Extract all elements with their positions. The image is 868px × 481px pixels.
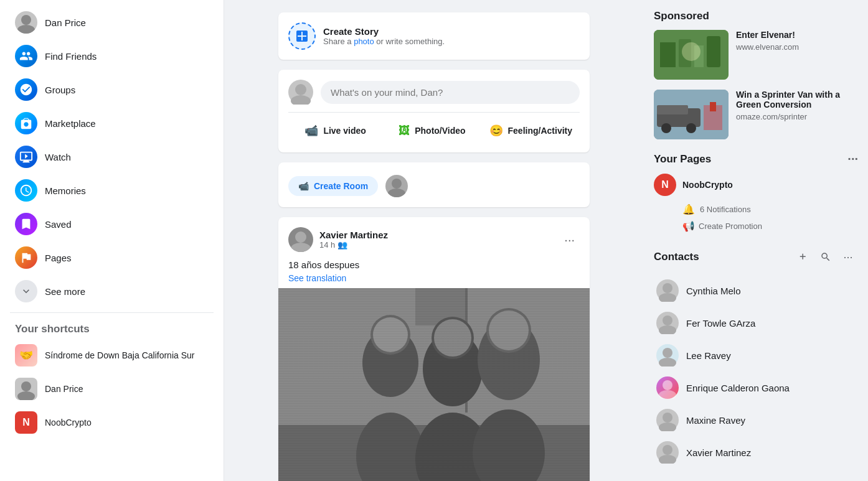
sponsored-sprinter-url: omaze.com/sprinter (736, 112, 858, 121)
svg-point-41 (659, 293, 676, 302)
create-promotion-item[interactable]: 📢 Create Promotion (682, 218, 858, 235)
svg-rect-10 (278, 288, 590, 481)
post-card: Xavier Martinez 14 h 👥 ··· 18 años despu… (278, 217, 590, 481)
post-body: 18 años despues See translation (288, 259, 580, 283)
shortcut-dan-price[interactable]: Dan Price (5, 373, 219, 405)
sponsored-sprinter-thumb (654, 90, 729, 139)
feeling-button[interactable]: 😊 Feeling/Activity (482, 119, 580, 142)
sidebar-item-memories-label: Memories (45, 185, 86, 196)
svg-point-7 (388, 189, 405, 197)
svg-point-14 (362, 329, 418, 397)
shortcut-dan-avatar (15, 378, 37, 400)
svg-point-3 (17, 391, 35, 400)
contacts-header: Contacts ··· (654, 247, 858, 267)
post-input-area (288, 80, 580, 105)
sidebar-item-saved-label: Saved (45, 219, 72, 230)
room-avatars (385, 175, 408, 197)
svg-point-45 (659, 358, 676, 367)
sidebar-item-memories[interactable]: Memories (5, 174, 219, 207)
photo-video-icon: 🖼 (399, 124, 410, 138)
svg-point-9 (291, 243, 311, 252)
svg-rect-39 (710, 102, 716, 111)
page-item-noobcrypto[interactable]: N NoobCrypto (654, 174, 858, 196)
sponsored-elvenar-name: Enter Elvenar! (736, 30, 858, 40)
contact-cynthia[interactable]: Cynthia Melo (654, 274, 858, 307)
svg-point-42 (663, 315, 672, 325)
saved-icon (15, 213, 37, 235)
noobcrypto-page-name: NoobCrypto (682, 180, 733, 190)
sidebar-item-groups[interactable]: Groups (5, 73, 219, 106)
sidebar-item-pages-label: Pages (45, 253, 72, 263)
notifications-label: 6 Notifications (700, 205, 751, 214)
contact-fer[interactable]: Fer Towle GArza (654, 307, 858, 339)
sidebar-item-marketplace[interactable]: Marketplace (5, 107, 219, 139)
svg-point-32 (682, 42, 701, 61)
create-story-text: Create Story Share a photo or write some… (323, 26, 445, 46)
room-bar-card: 📹 Create Room (278, 162, 590, 207)
post-more-button[interactable]: ··· (559, 230, 580, 250)
story-photo-link[interactable]: photo (354, 37, 374, 46)
post-author-info: Xavier Martinez 14 h 👥 (319, 230, 388, 250)
create-room-label: Create Room (314, 181, 368, 191)
contact-fer-avatar (656, 312, 679, 334)
sponsored-sprinter-info: Win a Sprinter Van with a Green Conversi… (736, 90, 858, 139)
sidebar-user[interactable]: Dan Price (5, 6, 219, 39)
contact-fer-name: Fer Towle GArza (686, 318, 755, 329)
room-avatar (385, 175, 408, 197)
sidebar-item-see-more-label: See more (45, 286, 85, 297)
contact-enrique[interactable]: Enrique Calderon Gaona (654, 371, 858, 404)
post-input-field[interactable] (321, 81, 580, 104)
post-author-name[interactable]: Xavier Martinez (319, 230, 388, 240)
svg-rect-35 (657, 105, 688, 114)
contacts-more-button[interactable]: ··· (838, 247, 858, 267)
sponsored-item-elvenar[interactable]: Enter Elvenar! www.elvenar.com (654, 30, 858, 80)
shortcut-dan-label: Dan Price (45, 384, 83, 394)
photo-video-button[interactable]: 🖼 Photo/Video (385, 119, 479, 142)
shortcut-noobcrypto[interactable]: N NoobCrypto (5, 406, 219, 439)
right-panel: Sponsored Enter Elvenar! www.elvenar.com… (644, 0, 868, 481)
create-room-button[interactable]: 📹 Create Room (288, 176, 378, 196)
your-pages-more-button[interactable]: ··· (847, 152, 858, 166)
create-room-icon: 📹 (298, 181, 309, 191)
svg-point-22 (489, 311, 529, 350)
svg-point-46 (663, 380, 672, 390)
sidebar-item-watch[interactable]: Watch (5, 141, 219, 173)
sidebar-item-pages[interactable]: Pages (5, 241, 219, 274)
contact-enrique-avatar (656, 376, 679, 399)
svg-rect-13 (415, 288, 465, 325)
live-video-button[interactable]: 📹 Live video (288, 119, 382, 142)
sponsored-title: Sponsored (654, 10, 858, 22)
svg-point-47 (659, 390, 676, 399)
contact-lee-name: Lee Ravey (686, 350, 731, 361)
contact-maxine[interactable]: Maxine Ravey (654, 404, 858, 436)
search-contacts-button[interactable] (816, 247, 836, 267)
shortcut-sindrome[interactable]: 🤝 Síndrome de Down Baja California Sur (5, 339, 219, 371)
sidebar-item-saved[interactable]: Saved (5, 208, 219, 240)
post-text: 18 años despues (288, 259, 580, 270)
contact-lee[interactable]: Lee Ravey (654, 339, 858, 371)
post-time: 14 h (319, 240, 335, 250)
notifications-item[interactable]: 🔔 6 Notifications (682, 201, 858, 218)
create-promotion-label: Create Promotion (699, 222, 762, 231)
svg-point-24 (356, 413, 425, 481)
svg-point-51 (659, 455, 676, 464)
watch-icon (15, 146, 37, 168)
contacts-actions: ··· (793, 247, 858, 267)
sidebar-item-see-more[interactable]: See more (5, 275, 219, 307)
sponsored-elvenar-url: www.elvenar.com (736, 42, 858, 52)
new-chat-button[interactable] (793, 247, 813, 267)
svg-point-6 (392, 179, 402, 189)
live-video-icon: 📹 (304, 124, 318, 138)
create-story-button[interactable] (288, 22, 316, 50)
sidebar-item-find-friends[interactable]: Find Friends (5, 40, 219, 72)
svg-point-36 (661, 123, 671, 133)
sponsored-item-sprinter[interactable]: Win a Sprinter Van with a Green Conversi… (654, 90, 858, 139)
post-box-card: 📹 Live video 🖼 Photo/Video 😊 Feeling/Act… (278, 70, 590, 152)
sidebar-item-find-friends-label: Find Friends (45, 51, 97, 62)
shortcut-sindrome-label: Síndrome de Down Baja California Sur (45, 350, 194, 360)
sidebar-item-watch-label: Watch (45, 152, 71, 162)
svg-point-8 (295, 231, 306, 243)
svg-point-4 (295, 84, 306, 95)
contact-xavier[interactable]: Xavier Martinez (654, 436, 858, 469)
see-translation-link[interactable]: See translation (288, 273, 346, 283)
